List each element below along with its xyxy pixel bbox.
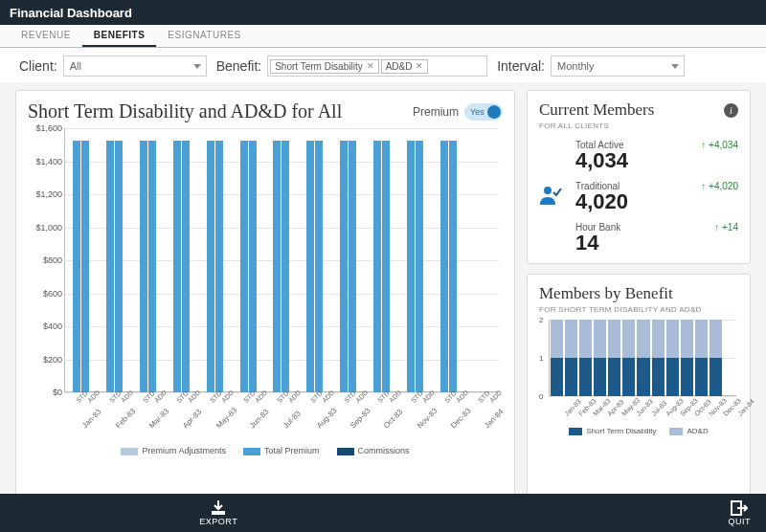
client-select[interactable]: All (63, 55, 207, 77)
current-members-card: Current Members i FOR ALL CLIENTS Total … (527, 90, 751, 264)
footer-bar: EXPORT QUIT (0, 494, 766, 532)
close-icon[interactable]: ✕ (416, 61, 423, 71)
interval-label: Interval: (497, 58, 545, 74)
stat-value: 14 (575, 233, 709, 254)
benefit-label: Benefit: (216, 58, 261, 74)
benefit-select[interactable]: Short Term Disability✕ AD&D✕ (267, 55, 487, 77)
svg-rect-1 (212, 511, 225, 515)
tab-revenue[interactable]: REVENUE (10, 25, 82, 47)
main-chart-title: Short Term Disability and AD&D for All (28, 100, 342, 122)
chevron-down-icon (671, 60, 679, 72)
members-title: Current Members (539, 100, 654, 120)
benefit-chip: Short Term Disability✕ (270, 59, 379, 74)
premium-toggle-label: Premium (413, 105, 459, 119)
main-chart-card: Short Term Disability and AD&D for All P… (15, 90, 515, 521)
chevron-down-icon (193, 60, 201, 72)
members-by-benefit-card: Members by Benefit FOR SHORT TERM DISABI… (527, 274, 751, 521)
stat-delta: ↑ +4,020 (701, 181, 738, 191)
quit-button[interactable]: QUIT (729, 500, 752, 526)
main-chart: $0$200$400$600$800$1,000$1,200$1,400$1,6… (28, 128, 503, 444)
svg-point-0 (544, 187, 552, 194)
close-icon[interactable]: ✕ (367, 61, 374, 71)
toggle-state-text: Yes (470, 107, 484, 117)
mini-subhead: FOR SHORT TERM DISABILITY AND AD&D (539, 305, 738, 314)
premium-toggle[interactable]: Yes (464, 103, 503, 121)
tab-esignatures[interactable]: ESIGNATURES (156, 25, 252, 47)
tab-benefits[interactable]: BENEFITS (82, 25, 156, 47)
interval-select[interactable]: Monthly (551, 55, 685, 77)
mini-title: Members by Benefit (539, 284, 673, 303)
info-icon[interactable]: i (724, 103, 738, 118)
toggle-knob (487, 105, 501, 119)
app-header: Financial Dashboard (0, 0, 766, 25)
client-value: All (70, 60, 81, 72)
benefit-chip: AD&D✕ (381, 59, 429, 74)
mini-chart-legend: Short Term Disability AD&D (539, 427, 738, 435)
stat-value: 4,020 (575, 191, 695, 212)
client-label: Client: (19, 58, 57, 74)
main-chart-legend: Premium Adjustments Total Premium Commis… (28, 446, 503, 455)
tab-bar: REVENUE BENEFITS ESIGNATURES (0, 25, 766, 48)
export-button[interactable]: EXPORT (199, 500, 237, 526)
app-title: Financial Dashboard (10, 6, 132, 20)
stat-value: 4,034 (575, 150, 695, 171)
mini-chart: 012Jan-83Feb-83Mar-83Apr-83May-83Jun-83J… (539, 318, 738, 423)
stat-delta: ↑ +4,034 (701, 140, 738, 150)
members-subhead: FOR ALL CLIENTS (539, 122, 738, 130)
stat-delta: ↑ +14 (714, 222, 738, 233)
filter-bar: Client: All Benefit: Short Term Disabili… (0, 48, 766, 82)
person-check-icon (539, 186, 570, 208)
download-icon (209, 500, 228, 516)
interval-value: Monthly (557, 60, 595, 72)
exit-icon (731, 500, 748, 516)
